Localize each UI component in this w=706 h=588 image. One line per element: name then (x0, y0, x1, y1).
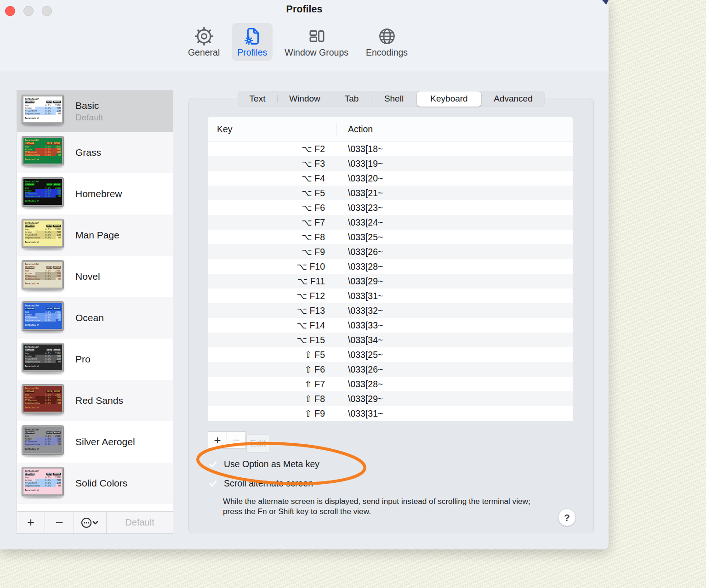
key-binding-row[interactable]: ⌥ F9\033[26~ (208, 244, 573, 259)
profile-row-basic[interactable]: Terminal3#COMMAND%CPURPRVTtop4.1%231KXco… (17, 90, 173, 132)
key-binding-row[interactable]: ⇧ F5\033[25~ (208, 347, 573, 362)
key-binding-row[interactable]: ⌥ F5\033[21~ (208, 186, 573, 200)
profile-row-pro[interactable]: Terminal3#COMMAND%CPURPRVTtop4.1%231KXco… (17, 339, 173, 380)
thumbnail-badge: RPRVT (53, 225, 61, 227)
thumbnail-badge: RPRVT (53, 183, 61, 186)
key-binding-row[interactable]: ⌥ F4\033[20~ (208, 171, 573, 186)
thumbnail-frame: Terminal3#COMMAND%CPURPRVTtop4.1%231KXco… (22, 136, 63, 165)
key-binding-row[interactable]: ⌥ F3\033[19~ (208, 156, 573, 171)
action-cell: \033[25~ (348, 350, 383, 360)
profile-default-badge: Default (75, 113, 103, 123)
key-cell: ⇧ F6 (208, 364, 325, 375)
remove-profile-button[interactable]: − (45, 512, 74, 533)
key-binding-row[interactable]: ⇧ F9\033[31~ (208, 406, 573, 421)
thumbnail-frame: Terminal3#COMMAND%CPURPRVTtop4.1%231KXco… (22, 219, 63, 248)
key-binding-row[interactable]: ⌥ F12\033[31~ (208, 288, 573, 303)
thumbnail-line: Terminal3# (25, 428, 61, 431)
toolbar-item-label: Profiles (237, 47, 267, 58)
profile-name: Silver Aerogel (75, 436, 135, 447)
tab-keyboard[interactable]: Keyboard (417, 91, 481, 107)
key-cell: ⌥ F8 (208, 232, 325, 243)
thumbnail-reflection (24, 290, 62, 293)
add-profile-button[interactable]: + (17, 512, 45, 533)
thumbnail-line: Terminal3# (25, 139, 61, 141)
window-groups-icon (306, 26, 327, 47)
thumbnail-line: loginwindow0.0%4M (25, 360, 61, 363)
thumbnail-line: Terminal # (25, 158, 61, 161)
key-cell: ⌥ F14 (208, 320, 325, 331)
thumbnail-badge: %CPU (46, 349, 52, 351)
profile-thumbnail: Terminal3#COMMAND%CPURPRVTtop4.1%231KXco… (22, 384, 64, 417)
key-binding-row[interactable]: ⌥ F8\033[25~ (208, 230, 573, 244)
toolbar-item-general[interactable]: General (182, 23, 225, 61)
action-cell: \033[21~ (348, 188, 383, 198)
key-binding-row[interactable]: ⌥ F15\033[34~ (208, 333, 573, 347)
profile-thumbnail: Terminal3#COMMAND%CPURPRVTtop4.1%231KXco… (22, 178, 64, 210)
key-binding-row[interactable]: ⌥ F6\033[23~ (208, 200, 573, 215)
profile-row-red-sands[interactable]: Terminal3#COMMAND%CPURPRVTtop4.1%231KXco… (17, 380, 173, 421)
use-option-as-meta-key-checkbox[interactable] (208, 459, 218, 469)
profile-row-grass[interactable]: Terminal3#COMMAND%CPURPRVTtop4.1%231KXco… (17, 132, 173, 173)
key-binding-row[interactable]: ⌥ F10\033[28~ (208, 259, 573, 274)
tab-shell[interactable]: Shell (371, 91, 416, 107)
profile-row-homebrew[interactable]: Terminal3#COMMAND%CPURPRVTtop4.1%231KXco… (17, 173, 173, 215)
thumbnail-line: Terminal3# (25, 469, 61, 472)
key-binding-row[interactable]: ⌥ F2\033[18~ (208, 141, 573, 156)
globe-icon (376, 26, 398, 47)
profile-row-ocean[interactable]: Terminal3#COMMAND%CPURPRVTtop4.1%231KXco… (17, 297, 173, 339)
key-binding-row[interactable]: ⌥ F11\033[29~ (208, 274, 573, 288)
tab-advanced[interactable]: Advanced (482, 91, 545, 107)
thumbnail-badge: %CPU (46, 307, 52, 310)
thumbnail-badge: RPRVT (53, 431, 61, 434)
profile-row-solid-colors[interactable]: Terminal3#COMMAND%CPURPRVTtop4.1%231KXco… (17, 463, 173, 504)
edit-key-button[interactable]: Edit (246, 435, 269, 452)
ellipsis-circle-icon (81, 517, 99, 529)
set-default-button[interactable]: Default (107, 512, 173, 533)
thumbnail-screen: Terminal3#COMMAND%CPURPRVTtop4.1%231KXco… (23, 469, 62, 494)
thumbnail-reflection (24, 249, 62, 251)
thumbnail-badges: COMMAND%CPURPRVT (25, 142, 61, 145)
toolbar-item-profiles[interactable]: Profiles (232, 23, 273, 61)
toolbar-item-encodings[interactable]: Encodings (360, 23, 413, 61)
thumbnail-frame: Terminal3#COMMAND%CPURPRVTtop4.1%231KXco… (22, 384, 63, 413)
action-cell: \033[24~ (348, 217, 383, 228)
scroll-alternate-screen-checkbox[interactable] (208, 478, 218, 489)
alternate-screen-note: While the alternate screen is displayed,… (223, 497, 531, 516)
key-binding-row[interactable]: ⇧ F7\033[28~ (208, 377, 573, 391)
tab-text[interactable]: Text (238, 91, 277, 107)
profile-row-novel[interactable]: Terminal3#COMMAND%CPURPRVTtop4.1%231KXco… (17, 256, 173, 297)
thumbnail-badges: COMMAND%CPURPRVT (25, 307, 61, 310)
profile-name-block: BasicDefault (75, 100, 103, 123)
profiles-sidebar: Terminal3#COMMAND%CPURPRVTtop4.1%231KXco… (17, 90, 173, 534)
key-binding-row[interactable]: ⌥ F13\033[32~ (208, 303, 573, 318)
thumbnail-screen: Terminal3#COMMAND%CPURPRVTtop4.1%231KXco… (23, 345, 62, 370)
key-binding-row[interactable]: ⌥ F14\033[33~ (208, 318, 573, 333)
profile-name-block: Pro (75, 354, 91, 365)
profile-name: Red Sands (75, 395, 123, 406)
thumbnail-badges: COMMAND%CPURPRVT (25, 349, 61, 351)
thumbnail-badge: COMMAND (25, 431, 34, 434)
thumbnail-badge: %CPU (46, 225, 52, 227)
thumbnail-screen: Terminal3#COMMAND%CPURPRVTtop4.1%231KXco… (23, 138, 62, 164)
tab-window[interactable]: Window (278, 91, 332, 107)
thumbnail-line: Terminal # (25, 406, 61, 409)
thumbnail-badges: COMMAND%CPURPRVT (25, 390, 61, 393)
thumbnail-reflection (24, 124, 62, 127)
thumbnail-badge: %CPU (46, 101, 52, 103)
more-options-button[interactable] (74, 512, 107, 533)
key-binding-row[interactable]: ⌥ F7\033[24~ (208, 215, 573, 230)
thumbnail-screen: Terminal3#COMMAND%CPURPRVTtop4.1%231KXco… (23, 427, 62, 453)
toolbar-item-window-groups[interactable]: Window Groups (279, 23, 354, 61)
toolbar-item-label: Window Groups (285, 47, 348, 58)
key-binding-row[interactable]: ⇧ F6\033[26~ (208, 362, 573, 377)
profile-row-silver-aerogel[interactable]: Terminal3#COMMAND%CPURPRVTtop4.1%231KXco… (17, 421, 173, 463)
add-key-button[interactable]: + (208, 431, 227, 449)
thumbnail-badge: RPRVT (53, 266, 61, 269)
key-binding-row[interactable]: ⇧ F8\033[29~ (208, 391, 573, 406)
thumbnail-frame: Terminal3#COMMAND%CPURPRVTtop4.1%231KXco… (22, 95, 63, 124)
help-button[interactable]: ? (558, 509, 575, 526)
remove-key-button[interactable]: − (227, 431, 246, 449)
tab-tab[interactable]: Tab (332, 91, 371, 107)
profile-row-man-page[interactable]: Terminal3#COMMAND%CPURPRVTtop4.1%231KXco… (17, 215, 173, 256)
profile-name: Ocean (75, 312, 104, 323)
